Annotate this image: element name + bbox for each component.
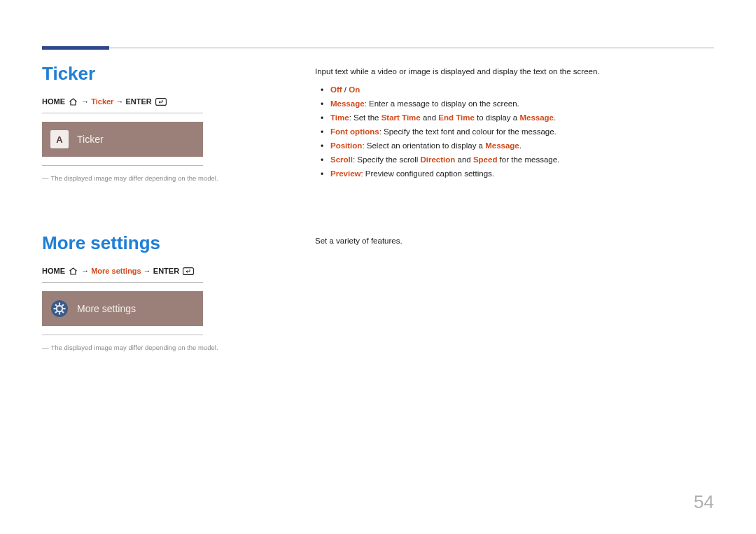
on-label: On bbox=[349, 85, 360, 94]
scroll-key: Scroll bbox=[330, 155, 353, 164]
nav-home-label: HOME bbox=[42, 267, 65, 275]
position-t1: : Select an orientation to display a bbox=[362, 141, 485, 150]
position-message: Message bbox=[485, 141, 519, 150]
off-label: Off bbox=[330, 85, 342, 94]
ticker-footnote: ―The displayed image may differ dependin… bbox=[42, 174, 252, 182]
bullet-time: Time: Set the Start Time and End Time to… bbox=[330, 113, 714, 122]
font-text: : Specify the text font and colour for t… bbox=[379, 127, 556, 136]
scroll-speed: Speed bbox=[473, 155, 498, 164]
ticker-section: Ticker HOME → Ticker → ENTER A Ticker bbox=[42, 63, 714, 183]
nav-ticker-label: Ticker bbox=[91, 97, 113, 106]
time-message: Message bbox=[519, 113, 554, 122]
ticker-heading: Ticker bbox=[42, 63, 252, 85]
gear-icon bbox=[50, 300, 69, 318]
nav-arrow: → bbox=[144, 267, 151, 275]
divider bbox=[42, 335, 203, 335]
top-divider bbox=[42, 48, 714, 48]
slash: / bbox=[342, 85, 349, 94]
more-intro-text: Set a variety of features. bbox=[315, 237, 714, 245]
bullet-position: Position: Select an orientation to displ… bbox=[330, 141, 714, 150]
time-key: Time bbox=[330, 113, 349, 122]
footnote-text: The displayed image may differ depending… bbox=[51, 174, 218, 182]
nav-enter-label: ENTER bbox=[126, 97, 152, 106]
more-settings-tile-label: More settings bbox=[77, 303, 136, 314]
home-icon bbox=[69, 267, 78, 275]
time-t4: . bbox=[554, 113, 556, 122]
more-footnote: ―The displayed image may differ dependin… bbox=[42, 344, 252, 351]
nav-home-label: HOME bbox=[42, 97, 65, 106]
top-accent-bar bbox=[42, 46, 109, 50]
ticker-feature-list: Off / On Message: Enter a message to dis… bbox=[315, 85, 714, 178]
more-settings-heading: More settings bbox=[42, 232, 252, 254]
time-t1: : Set the bbox=[349, 113, 382, 122]
scroll-direction: Direction bbox=[420, 155, 455, 164]
footnote-dash: ― bbox=[42, 174, 49, 182]
ticker-navigation-path: HOME → Ticker → ENTER bbox=[42, 97, 252, 106]
footnote-dash: ― bbox=[42, 344, 49, 351]
ticker-right-column: Input text while a video or image is dis… bbox=[315, 63, 714, 183]
divider bbox=[42, 113, 203, 113]
bullet-message: Message: Enter a message to display on t… bbox=[330, 99, 714, 108]
divider bbox=[42, 282, 203, 283]
preview-key: Preview bbox=[330, 169, 360, 178]
more-right-column: Set a variety of features. bbox=[315, 232, 714, 351]
more-settings-tile: More settings bbox=[42, 291, 203, 326]
ticker-intro-text: Input text while a video or image is dis… bbox=[315, 67, 714, 76]
start-time: Start Time bbox=[382, 113, 421, 122]
enter-icon bbox=[183, 267, 194, 275]
message-key: Message bbox=[330, 99, 365, 108]
enter-icon bbox=[155, 98, 167, 106]
message-text: : Enter a message to display on the scre… bbox=[365, 99, 519, 108]
scroll-t2: and bbox=[455, 155, 473, 164]
nav-enter-label: ENTER bbox=[153, 267, 179, 275]
ticker-tile-badge: A bbox=[50, 130, 69, 148]
preview-text: : Preview configured caption settings. bbox=[360, 169, 494, 178]
bullet-off-on: Off / On bbox=[330, 85, 714, 94]
nav-arrow: → bbox=[115, 97, 123, 106]
scroll-t3: for the message. bbox=[497, 155, 559, 164]
position-key: Position bbox=[330, 141, 362, 150]
bullet-preview: Preview: Preview configured caption sett… bbox=[330, 169, 714, 178]
divider bbox=[42, 165, 203, 166]
bullet-scroll: Scroll: Specify the scroll Direction and… bbox=[330, 155, 714, 164]
time-t3: to display a bbox=[475, 113, 520, 122]
footnote-text: The displayed image may differ depending… bbox=[51, 344, 218, 351]
font-key: Font options bbox=[330, 127, 379, 136]
position-t2: . bbox=[519, 141, 522, 150]
ticker-tile: A Ticker bbox=[42, 122, 203, 157]
home-icon bbox=[69, 98, 78, 106]
end-time: End Time bbox=[438, 113, 475, 122]
scroll-t1: : Specify the scroll bbox=[353, 155, 421, 164]
bullet-font-options: Font options: Specify the text font and … bbox=[330, 127, 714, 136]
ticker-left-column: Ticker HOME → Ticker → ENTER A Ticker bbox=[42, 63, 252, 183]
nav-arrow: → bbox=[81, 267, 89, 275]
page-number: 54 bbox=[694, 491, 714, 513]
time-t2: and bbox=[421, 113, 439, 122]
more-left-column: More settings HOME → More settings → ENT… bbox=[42, 232, 252, 351]
nav-arrow: → bbox=[81, 97, 89, 106]
manual-page: Ticker HOME → Ticker → ENTER A Ticker bbox=[0, 0, 756, 534]
more-navigation-path: HOME → More settings → ENTER bbox=[42, 267, 252, 275]
nav-more-settings-label: More settings bbox=[91, 267, 141, 275]
more-settings-section: More settings HOME → More settings → ENT… bbox=[42, 232, 714, 351]
ticker-tile-label: Ticker bbox=[77, 134, 104, 145]
